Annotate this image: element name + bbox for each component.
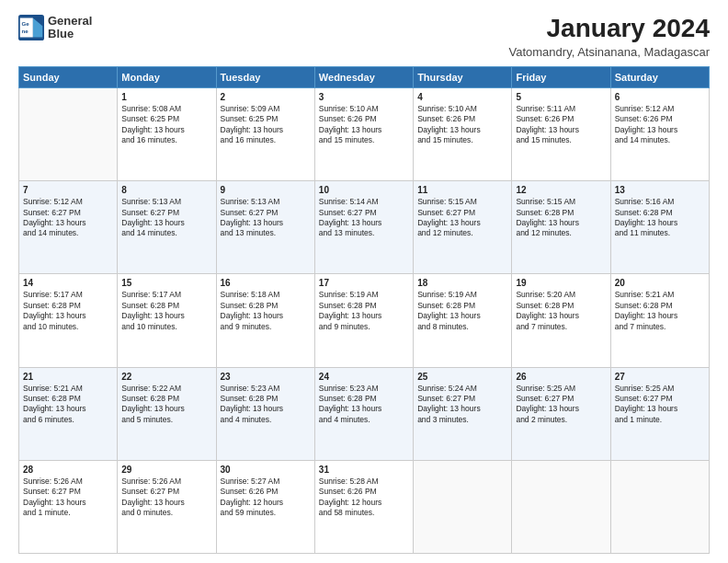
day-info: Sunrise: 5:28 AM Sunset: 6:26 PM Dayligh… — [319, 477, 409, 519]
calendar-cell: 6Sunrise: 5:12 AM Sunset: 6:26 PM Daylig… — [610, 87, 709, 180]
day-info: Sunrise: 5:24 AM Sunset: 6:27 PM Dayligh… — [417, 384, 507, 426]
day-info: Sunrise: 5:14 AM Sunset: 6:27 PM Dayligh… — [319, 197, 409, 239]
calendar-cell — [19, 87, 118, 180]
day-info: Sunrise: 5:11 AM Sunset: 6:26 PM Dayligh… — [516, 104, 606, 146]
col-header-thursday: Thursday — [414, 66, 512, 87]
calendar-cell — [414, 460, 512, 553]
day-number: 14 — [23, 278, 113, 288]
day-info: Sunrise: 5:21 AM Sunset: 6:28 PM Dayligh… — [615, 290, 705, 332]
day-info: Sunrise: 5:13 AM Sunset: 6:27 PM Dayligh… — [121, 197, 211, 239]
title-block: January 2024 Vatomandry, Atsinanana, Mad… — [509, 15, 710, 59]
day-number: 3 — [319, 92, 409, 102]
day-info: Sunrise: 5:19 AM Sunset: 6:28 PM Dayligh… — [417, 290, 507, 332]
calendar-cell: 3Sunrise: 5:10 AM Sunset: 6:26 PM Daylig… — [314, 87, 413, 180]
day-info: Sunrise: 5:19 AM Sunset: 6:28 PM Dayligh… — [319, 290, 409, 332]
day-info: Sunrise: 5:21 AM Sunset: 6:28 PM Dayligh… — [23, 384, 113, 426]
day-number: 29 — [121, 465, 211, 475]
day-number: 22 — [121, 372, 211, 382]
calendar-cell — [512, 460, 610, 553]
day-info: Sunrise: 5:27 AM Sunset: 6:26 PM Dayligh… — [221, 477, 311, 519]
day-info: Sunrise: 5:26 AM Sunset: 6:27 PM Dayligh… — [23, 477, 113, 519]
week-row-4: 21Sunrise: 5:21 AM Sunset: 6:28 PM Dayli… — [19, 367, 710, 460]
calendar-cell: 26Sunrise: 5:25 AM Sunset: 6:27 PM Dayli… — [512, 367, 610, 460]
col-header-wednesday: Wednesday — [314, 66, 413, 87]
calendar-cell: 23Sunrise: 5:23 AM Sunset: 6:28 PM Dayli… — [216, 367, 314, 460]
day-info: Sunrise: 5:13 AM Sunset: 6:27 PM Dayligh… — [221, 197, 311, 239]
day-info: Sunrise: 5:25 AM Sunset: 6:27 PM Dayligh… — [516, 384, 606, 426]
day-info: Sunrise: 5:09 AM Sunset: 6:25 PM Dayligh… — [221, 104, 311, 146]
logo-line1: General — [48, 15, 92, 28]
day-number: 19 — [516, 278, 606, 288]
day-number: 25 — [417, 372, 507, 382]
day-number: 6 — [615, 92, 705, 102]
calendar-cell: 27Sunrise: 5:25 AM Sunset: 6:27 PM Dayli… — [610, 367, 709, 460]
day-number: 20 — [615, 278, 705, 288]
col-header-saturday: Saturday — [610, 66, 709, 87]
calendar-cell: 24Sunrise: 5:23 AM Sunset: 6:28 PM Dayli… — [314, 367, 413, 460]
calendar-cell: 18Sunrise: 5:19 AM Sunset: 6:28 PM Dayli… — [414, 274, 512, 367]
day-number: 18 — [417, 278, 507, 288]
calendar-cell: 21Sunrise: 5:21 AM Sunset: 6:28 PM Dayli… — [19, 367, 118, 460]
day-info: Sunrise: 5:23 AM Sunset: 6:28 PM Dayligh… — [221, 384, 311, 426]
day-number: 13 — [615, 185, 705, 195]
calendar-cell: 13Sunrise: 5:16 AM Sunset: 6:28 PM Dayli… — [610, 181, 709, 274]
day-info: Sunrise: 5:10 AM Sunset: 6:26 PM Dayligh… — [319, 104, 409, 146]
calendar-cell: 1Sunrise: 5:08 AM Sunset: 6:25 PM Daylig… — [118, 87, 216, 180]
day-number: 9 — [221, 185, 311, 195]
day-info: Sunrise: 5:12 AM Sunset: 6:27 PM Dayligh… — [23, 197, 113, 239]
sub-title: Vatomandry, Atsinanana, Madagascar — [509, 45, 710, 59]
logo-icon: Ge ne — [18, 15, 44, 40]
day-number: 31 — [319, 465, 409, 475]
logo-line2: Blue — [48, 28, 92, 40]
day-info: Sunrise: 5:15 AM Sunset: 6:28 PM Dayligh… — [516, 197, 606, 239]
calendar-cell: 8Sunrise: 5:13 AM Sunset: 6:27 PM Daylig… — [118, 181, 216, 274]
calendar-cell: 20Sunrise: 5:21 AM Sunset: 6:28 PM Dayli… — [610, 274, 709, 367]
day-info: Sunrise: 5:16 AM Sunset: 6:28 PM Dayligh… — [615, 197, 705, 239]
week-row-3: 14Sunrise: 5:17 AM Sunset: 6:28 PM Dayli… — [19, 274, 710, 367]
calendar-cell — [610, 460, 709, 553]
calendar-cell: 28Sunrise: 5:26 AM Sunset: 6:27 PM Dayli… — [19, 460, 118, 553]
col-header-tuesday: Tuesday — [216, 66, 314, 87]
day-number: 5 — [516, 92, 606, 102]
logo: Ge ne General Blue — [18, 15, 92, 41]
day-info: Sunrise: 5:22 AM Sunset: 6:28 PM Dayligh… — [121, 384, 211, 426]
calendar-cell: 31Sunrise: 5:28 AM Sunset: 6:26 PM Dayli… — [314, 460, 413, 553]
calendar-cell: 17Sunrise: 5:19 AM Sunset: 6:28 PM Dayli… — [314, 274, 413, 367]
calendar-cell: 25Sunrise: 5:24 AM Sunset: 6:27 PM Dayli… — [414, 367, 512, 460]
day-info: Sunrise: 5:18 AM Sunset: 6:28 PM Dayligh… — [221, 290, 311, 332]
day-number: 23 — [221, 372, 311, 382]
calendar-cell: 4Sunrise: 5:10 AM Sunset: 6:26 PM Daylig… — [414, 87, 512, 180]
day-number: 1 — [121, 92, 211, 102]
calendar-cell: 14Sunrise: 5:17 AM Sunset: 6:28 PM Dayli… — [19, 274, 118, 367]
day-number: 26 — [516, 372, 606, 382]
day-number: 12 — [516, 185, 606, 195]
day-number: 30 — [221, 465, 311, 475]
day-info: Sunrise: 5:17 AM Sunset: 6:28 PM Dayligh… — [121, 290, 211, 332]
day-info: Sunrise: 5:12 AM Sunset: 6:26 PM Dayligh… — [615, 104, 705, 146]
header: Ge ne General Blue January 2024 Vatomand… — [18, 15, 710, 59]
day-info: Sunrise: 5:08 AM Sunset: 6:25 PM Dayligh… — [121, 104, 211, 146]
calendar-cell: 15Sunrise: 5:17 AM Sunset: 6:28 PM Dayli… — [118, 274, 216, 367]
day-number: 11 — [417, 185, 507, 195]
col-header-friday: Friday — [512, 66, 610, 87]
day-number: 28 — [23, 465, 113, 475]
header-row: SundayMondayTuesdayWednesdayThursdayFrid… — [19, 66, 710, 87]
day-number: 21 — [23, 372, 113, 382]
day-number: 4 — [417, 92, 507, 102]
day-number: 8 — [121, 185, 211, 195]
logo-text: General Blue — [48, 15, 92, 41]
calendar-cell: 19Sunrise: 5:20 AM Sunset: 6:28 PM Dayli… — [512, 274, 610, 367]
day-info: Sunrise: 5:25 AM Sunset: 6:27 PM Dayligh… — [615, 384, 705, 426]
page: Ge ne General Blue January 2024 Vatomand… — [0, 0, 728, 563]
day-number: 27 — [615, 372, 705, 382]
day-number: 17 — [319, 278, 409, 288]
calendar-cell: 16Sunrise: 5:18 AM Sunset: 6:28 PM Dayli… — [216, 274, 314, 367]
day-number: 2 — [221, 92, 311, 102]
col-header-sunday: Sunday — [19, 66, 118, 87]
day-number: 16 — [221, 278, 311, 288]
calendar-cell: 2Sunrise: 5:09 AM Sunset: 6:25 PM Daylig… — [216, 87, 314, 180]
calendar-cell: 22Sunrise: 5:22 AM Sunset: 6:28 PM Dayli… — [118, 367, 216, 460]
day-number: 7 — [23, 185, 113, 195]
calendar-cell: 11Sunrise: 5:15 AM Sunset: 6:27 PM Dayli… — [414, 181, 512, 274]
col-header-monday: Monday — [118, 66, 216, 87]
